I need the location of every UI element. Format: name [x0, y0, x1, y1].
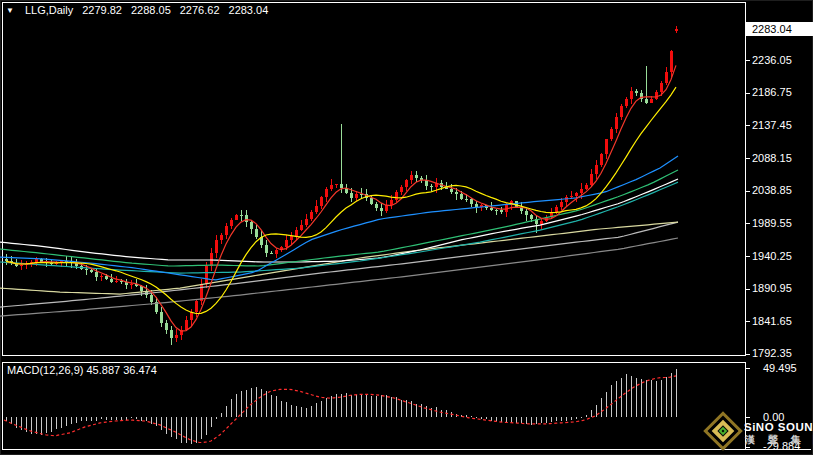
chart-info-bar: ▼ LLG,Daily 2279.82 2288.05 2276.62 2283… [6, 4, 268, 16]
price-axis-tick [745, 158, 750, 159]
macd-histogram [7, 369, 677, 444]
price-axis-label: 2236.05 [752, 54, 792, 67]
logo-brand-text: SiNO SOUND [744, 421, 813, 433]
price-and-macd-chart-canvas[interactable] [0, 0, 813, 455]
open-value: 2279.82 [82, 4, 122, 16]
price-axis-label: 2186.75 [752, 86, 792, 99]
chart-window: ▼ LLG,Daily 2279.82 2288.05 2276.62 2283… [0, 0, 813, 455]
collapse-triangle-icon[interactable]: ▼ [6, 6, 14, 15]
price-axis-tick [745, 191, 750, 192]
price-axis-tick [745, 125, 750, 126]
symbol-timeframe-label: LLG,Daily [25, 4, 73, 16]
price-axis-tick [745, 256, 750, 257]
low-value: 2276.62 [180, 4, 220, 16]
ma-khaki [0, 222, 678, 294]
price-axis-label: 1989.55 [752, 217, 792, 230]
price-axis-tick [745, 93, 750, 94]
price-axis-label: 1940.25 [752, 250, 792, 263]
macd-indicator-label: MACD(12,26,9) 45.887 36.474 [7, 364, 157, 376]
logo-brand-text-cn: 漢 聲 集 團 [745, 433, 813, 447]
brand-logo: SiNO SOUND 漢 聲 集 團 [700, 410, 812, 455]
main-pane-frame [3, 3, 746, 356]
close-value: 2283.04 [229, 4, 269, 16]
price-axis-tick [745, 289, 750, 290]
price-axis-label: 1792.35 [752, 347, 792, 360]
macd-signal-line [4, 376, 676, 443]
macd-axis-label: 49.495 [763, 362, 797, 375]
price-axis-label: 2038.85 [752, 184, 792, 197]
ma-green [0, 170, 678, 266]
price-axis-tick [745, 321, 750, 322]
price-axis-label: 2088.15 [752, 152, 792, 165]
price-axis-tick [745, 354, 750, 355]
price-axis-label: 2137.45 [752, 119, 792, 132]
current-price-tag: 2283.04 [746, 22, 813, 36]
macd-axis-tick [745, 368, 750, 369]
price-axis-tick [745, 223, 750, 224]
price-axis-label: 1890.95 [752, 282, 792, 295]
price-axis-tick [745, 60, 750, 61]
price-axis-label: 1841.65 [752, 315, 792, 328]
high-value: 2288.05 [131, 4, 171, 16]
